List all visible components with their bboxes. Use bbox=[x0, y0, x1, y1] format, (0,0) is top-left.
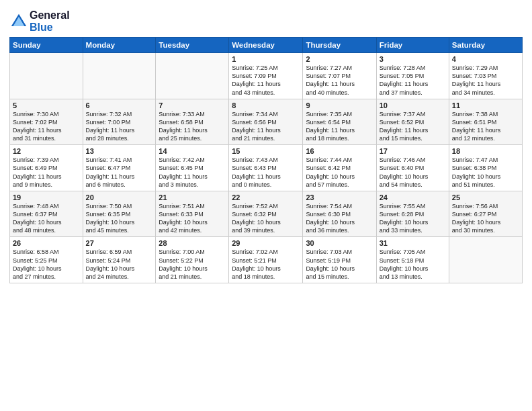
day-number: 6 bbox=[86, 101, 153, 109]
empty-cell bbox=[83, 53, 156, 99]
day-number: 9 bbox=[306, 101, 373, 109]
day-number: 10 bbox=[380, 101, 446, 109]
calendar-day-17: 17Sunrise: 7:46 AM Sunset: 6:40 PM Dayli… bbox=[376, 145, 449, 191]
day-content: Sunrise: 7:51 AM Sunset: 6:33 PM Dayligh… bbox=[159, 202, 226, 235]
day-content: Sunrise: 7:35 AM Sunset: 6:54 PM Dayligh… bbox=[306, 110, 373, 143]
day-content: Sunrise: 7:52 AM Sunset: 6:32 PM Dayligh… bbox=[232, 202, 300, 235]
day-number: 16 bbox=[306, 147, 373, 155]
day-number: 27 bbox=[86, 239, 153, 247]
day-number: 24 bbox=[380, 193, 446, 201]
weekday-header-tuesday: Tuesday bbox=[156, 38, 229, 53]
calendar-day-5: 5Sunrise: 7:30 AM Sunset: 7:02 PM Daylig… bbox=[10, 99, 83, 145]
day-content: Sunrise: 7:05 AM Sunset: 5:18 PM Dayligh… bbox=[380, 248, 446, 281]
calendar-day-22: 22Sunrise: 7:52 AM Sunset: 6:32 PM Dayli… bbox=[229, 191, 303, 237]
day-number: 2 bbox=[306, 55, 373, 63]
logo-text: General Blue bbox=[30, 9, 70, 33]
day-content: Sunrise: 7:37 AM Sunset: 6:52 PM Dayligh… bbox=[380, 110, 446, 143]
day-content: Sunrise: 7:33 AM Sunset: 6:58 PM Dayligh… bbox=[159, 110, 226, 143]
calendar-week-row: 26Sunrise: 6:58 AM Sunset: 5:25 PM Dayli… bbox=[10, 237, 523, 283]
calendar-day-11: 11Sunrise: 7:38 AM Sunset: 6:51 PM Dayli… bbox=[449, 99, 522, 145]
day-content: Sunrise: 7:03 AM Sunset: 5:19 PM Dayligh… bbox=[306, 248, 373, 281]
header: General Blue bbox=[9, 7, 523, 33]
day-number: 20 bbox=[86, 193, 153, 201]
day-number: 23 bbox=[306, 193, 373, 201]
day-number: 14 bbox=[159, 147, 226, 155]
day-number: 19 bbox=[13, 193, 80, 201]
day-content: Sunrise: 7:48 AM Sunset: 6:37 PM Dayligh… bbox=[13, 202, 80, 235]
day-content: Sunrise: 7:55 AM Sunset: 6:28 PM Dayligh… bbox=[380, 202, 446, 235]
calendar-week-row: 5Sunrise: 7:30 AM Sunset: 7:02 PM Daylig… bbox=[10, 99, 523, 145]
day-content: Sunrise: 7:43 AM Sunset: 6:43 PM Dayligh… bbox=[232, 156, 300, 189]
day-number: 22 bbox=[232, 193, 300, 201]
calendar-day-4: 4Sunrise: 7:29 AM Sunset: 7:03 PM Daylig… bbox=[449, 53, 522, 99]
calendar-day-30: 30Sunrise: 7:03 AM Sunset: 5:19 PM Dayli… bbox=[303, 237, 376, 283]
calendar-day-23: 23Sunrise: 7:54 AM Sunset: 6:30 PM Dayli… bbox=[303, 191, 376, 237]
day-content: Sunrise: 7:39 AM Sunset: 6:49 PM Dayligh… bbox=[13, 156, 80, 189]
calendar-day-3: 3Sunrise: 7:28 AM Sunset: 7:05 PM Daylig… bbox=[376, 53, 449, 99]
calendar-day-27: 27Sunrise: 6:59 AM Sunset: 5:24 PM Dayli… bbox=[83, 237, 156, 283]
calendar-day-1: 1Sunrise: 7:25 AM Sunset: 7:09 PM Daylig… bbox=[229, 53, 303, 99]
day-number: 1 bbox=[232, 55, 300, 63]
day-number: 29 bbox=[232, 239, 300, 247]
calendar-day-8: 8Sunrise: 7:34 AM Sunset: 6:56 PM Daylig… bbox=[229, 99, 303, 145]
calendar-day-25: 25Sunrise: 7:56 AM Sunset: 6:27 PM Dayli… bbox=[449, 191, 522, 237]
calendar-day-6: 6Sunrise: 7:32 AM Sunset: 7:00 PM Daylig… bbox=[83, 99, 156, 145]
day-content: Sunrise: 7:25 AM Sunset: 7:09 PM Dayligh… bbox=[232, 64, 300, 97]
day-content: Sunrise: 6:58 AM Sunset: 5:25 PM Dayligh… bbox=[13, 248, 80, 281]
day-content: Sunrise: 7:41 AM Sunset: 6:47 PM Dayligh… bbox=[86, 156, 153, 189]
calendar-day-19: 19Sunrise: 7:48 AM Sunset: 6:37 PM Dayli… bbox=[10, 191, 83, 237]
calendar-week-row: 1Sunrise: 7:25 AM Sunset: 7:09 PM Daylig… bbox=[10, 53, 523, 99]
weekday-header-monday: Monday bbox=[83, 38, 156, 53]
day-number: 21 bbox=[159, 193, 226, 201]
calendar-day-18: 18Sunrise: 7:47 AM Sunset: 6:38 PM Dayli… bbox=[449, 145, 522, 191]
day-number: 7 bbox=[159, 101, 226, 109]
calendar-day-29: 29Sunrise: 7:02 AM Sunset: 5:21 PM Dayli… bbox=[229, 237, 303, 283]
day-content: Sunrise: 7:38 AM Sunset: 6:51 PM Dayligh… bbox=[452, 110, 519, 143]
day-number: 30 bbox=[306, 239, 373, 247]
day-number: 5 bbox=[13, 101, 80, 109]
empty-cell bbox=[156, 53, 229, 99]
day-content: Sunrise: 7:46 AM Sunset: 6:40 PM Dayligh… bbox=[380, 156, 446, 189]
calendar-day-21: 21Sunrise: 7:51 AM Sunset: 6:33 PM Dayli… bbox=[156, 191, 229, 237]
day-number: 8 bbox=[232, 101, 300, 109]
calendar-week-row: 19Sunrise: 7:48 AM Sunset: 6:37 PM Dayli… bbox=[10, 191, 523, 237]
empty-cell bbox=[449, 237, 522, 283]
calendar-day-10: 10Sunrise: 7:37 AM Sunset: 6:52 PM Dayli… bbox=[376, 99, 449, 145]
day-number: 25 bbox=[452, 193, 519, 201]
day-content: Sunrise: 7:27 AM Sunset: 7:07 PM Dayligh… bbox=[306, 64, 373, 97]
day-number: 17 bbox=[380, 147, 446, 155]
calendar-day-15: 15Sunrise: 7:43 AM Sunset: 6:43 PM Dayli… bbox=[229, 145, 303, 191]
calendar-day-9: 9Sunrise: 7:35 AM Sunset: 6:54 PM Daylig… bbox=[303, 99, 376, 145]
logo-icon bbox=[9, 12, 28, 31]
day-content: Sunrise: 7:00 AM Sunset: 5:22 PM Dayligh… bbox=[159, 248, 226, 281]
calendar-day-2: 2Sunrise: 7:27 AM Sunset: 7:07 PM Daylig… bbox=[303, 53, 376, 99]
day-number: 4 bbox=[452, 55, 519, 63]
day-content: Sunrise: 7:47 AM Sunset: 6:38 PM Dayligh… bbox=[452, 156, 519, 189]
calendar-day-24: 24Sunrise: 7:55 AM Sunset: 6:28 PM Dayli… bbox=[376, 191, 449, 237]
day-number: 11 bbox=[452, 101, 519, 109]
weekday-header-row: SundayMondayTuesdayWednesdayThursdayFrid… bbox=[10, 38, 523, 53]
day-content: Sunrise: 7:28 AM Sunset: 7:05 PM Dayligh… bbox=[380, 64, 446, 97]
calendar-day-7: 7Sunrise: 7:33 AM Sunset: 6:58 PM Daylig… bbox=[156, 99, 229, 145]
weekday-header-sunday: Sunday bbox=[10, 38, 83, 53]
calendar-day-14: 14Sunrise: 7:42 AM Sunset: 6:45 PM Dayli… bbox=[156, 145, 229, 191]
weekday-header-wednesday: Wednesday bbox=[229, 38, 303, 53]
day-number: 3 bbox=[380, 55, 446, 63]
weekday-header-thursday: Thursday bbox=[303, 38, 376, 53]
day-number: 28 bbox=[159, 239, 226, 247]
calendar-day-31: 31Sunrise: 7:05 AM Sunset: 5:18 PM Dayli… bbox=[376, 237, 449, 283]
day-content: Sunrise: 7:02 AM Sunset: 5:21 PM Dayligh… bbox=[232, 248, 300, 281]
day-content: Sunrise: 7:32 AM Sunset: 7:00 PM Dayligh… bbox=[86, 110, 153, 143]
logo: General Blue bbox=[9, 9, 70, 33]
day-content: Sunrise: 7:34 AM Sunset: 6:56 PM Dayligh… bbox=[232, 110, 300, 143]
day-content: Sunrise: 7:44 AM Sunset: 6:42 PM Dayligh… bbox=[306, 156, 373, 189]
day-number: 12 bbox=[13, 147, 80, 155]
calendar-day-12: 12Sunrise: 7:39 AM Sunset: 6:49 PM Dayli… bbox=[10, 145, 83, 191]
day-number: 15 bbox=[232, 147, 300, 155]
calendar-day-28: 28Sunrise: 7:00 AM Sunset: 5:22 PM Dayli… bbox=[156, 237, 229, 283]
weekday-header-saturday: Saturday bbox=[449, 38, 522, 53]
day-content: Sunrise: 7:29 AM Sunset: 7:03 PM Dayligh… bbox=[452, 64, 519, 97]
weekday-header-friday: Friday bbox=[376, 38, 449, 53]
day-number: 31 bbox=[380, 239, 446, 247]
day-content: Sunrise: 7:50 AM Sunset: 6:35 PM Dayligh… bbox=[86, 202, 153, 235]
